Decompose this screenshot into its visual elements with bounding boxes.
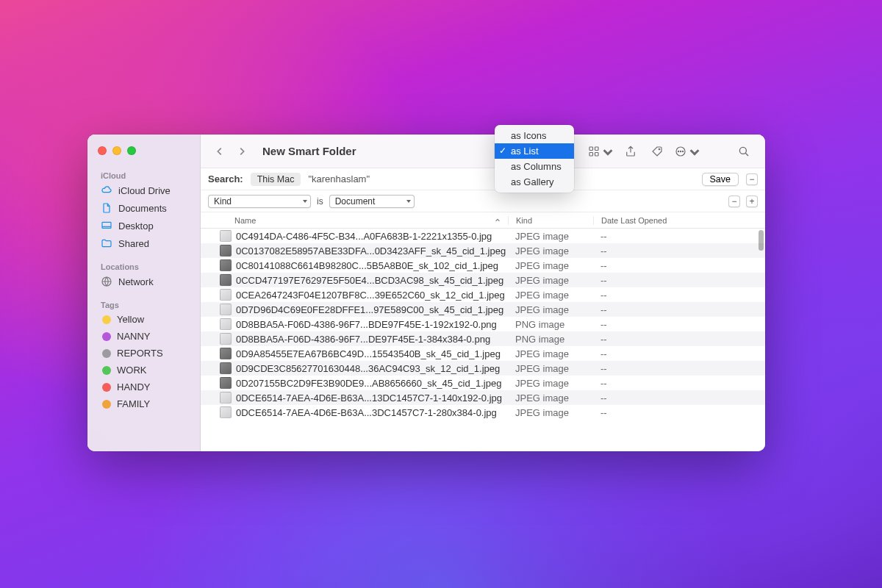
zoom-button[interactable] (127, 146, 136, 155)
file-thumbnail-icon (220, 377, 232, 389)
remove-search-button[interactable]: − (746, 173, 758, 185)
tags-button[interactable] (646, 141, 668, 162)
file-row[interactable]: 0D9A85455E7EA67B6BC49D...15543540B_sk_45… (201, 346, 765, 361)
file-thumbnail-icon (220, 230, 232, 242)
column-name[interactable]: Name (201, 216, 508, 225)
traffic-lights (98, 146, 136, 155)
file-row[interactable]: 0D8BBA5A-F06D-4386-96F7...DE97F45E-1-384… (201, 331, 765, 346)
criteria-op: is (317, 196, 323, 207)
file-row[interactable]: 0D207155BC2D9FE3B90DE9...AB8656660_sk_45… (201, 376, 765, 390)
file-kind: JPEG image (508, 407, 593, 418)
nav-forward-button[interactable] (233, 141, 251, 162)
search-button[interactable] (733, 141, 755, 162)
file-name: 0DCE6514-7AEA-4D6E-B63A...3DC1457C7-1-28… (236, 407, 508, 418)
tag-dot-icon (102, 349, 111, 358)
column-kind[interactable]: Kind (508, 216, 593, 225)
column-date[interactable]: Date Last Opened (593, 216, 765, 225)
file-name: 0D9CDE3C85627701630448...36AC94C93_sk_12… (236, 363, 508, 374)
file-kind: JPEG image (508, 304, 593, 315)
action-menu-button[interactable] (673, 141, 702, 162)
cloud-icon (101, 184, 112, 196)
file-kind: PNG image (508, 319, 593, 330)
file-row[interactable]: 0DCE6514-7AEA-4D6E-B63A...3DC1457C7-1-28… (201, 405, 765, 420)
scope-this-mac[interactable]: This Mac (251, 173, 301, 186)
menu-item-label: as Gallery (511, 176, 554, 187)
file-date: -- (593, 392, 765, 404)
file-kind: JPEG image (508, 392, 593, 404)
sidebar-item-desktop[interactable]: Desktop (93, 217, 194, 234)
file-name: 0C4914DA-C486-4F5C-B34...A0FA683B-1-2221… (236, 231, 508, 242)
file-row[interactable]: 0D8BBA5A-F06D-4386-96F7...BDE97F45E-1-19… (201, 317, 765, 331)
tag-dot-icon (102, 315, 111, 324)
minimize-button[interactable] (112, 146, 121, 155)
sidebar-item-label: iCloud Drive (118, 185, 171, 196)
remove-criteria-button[interactable]: − (728, 196, 740, 207)
file-thumbnail-icon (220, 392, 232, 404)
sidebar-item-label: Shared (118, 238, 149, 249)
file-name: 0D9A85455E7EA67B6BC49D...15543540B_sk_45… (236, 348, 508, 359)
sidebar-section-tags: Tags YellowNANNYREPORTSWORKHANDYFAMILY (93, 298, 194, 412)
tag-dot-icon (102, 332, 111, 341)
sidebar-item-network[interactable]: Network (93, 273, 194, 290)
document-icon (101, 202, 112, 214)
tag-dot-icon (102, 383, 111, 392)
file-thumbnail-icon (220, 406, 232, 418)
view-menu-item[interactable]: as Columns (495, 159, 574, 174)
view-menu-item[interactable]: as Gallery (495, 174, 574, 190)
view-menu-item[interactable]: as Icons (495, 128, 574, 143)
sidebar-item-icloud-drive[interactable]: iCloud Drive (93, 182, 194, 199)
close-button[interactable] (98, 146, 107, 155)
file-row[interactable]: 0CCD477197E76297E5F50E4...BCD3AC98_sk_45… (201, 273, 765, 287)
sidebar-item-tag[interactable]: NANNY (93, 328, 194, 345)
svg-point-6 (659, 148, 660, 150)
sidebar: iCloud iCloud Drive Documents Desktop Sh… (87, 135, 201, 451)
sidebar-item-shared[interactable]: Shared (93, 234, 194, 252)
sidebar-item-tag[interactable]: Yellow (93, 311, 194, 328)
svg-rect-0 (102, 222, 111, 228)
sidebar-item-tag[interactable]: WORK (93, 362, 194, 379)
finder-window: iCloud iCloud Drive Documents Desktop Sh… (87, 135, 765, 451)
sidebar-heading: Locations (93, 259, 194, 273)
save-button[interactable]: Save (702, 173, 739, 186)
sidebar-item-tag[interactable]: REPORTS (93, 345, 194, 362)
file-row[interactable]: 0C80141088C6614B98280C...5B5A8B0E_sk_102… (201, 258, 765, 273)
file-kind: PNG image (508, 334, 593, 345)
file-row[interactable]: 0D7D96D4C69E0FE28DFFE1...97E589C00_sk_45… (201, 302, 765, 317)
file-thumbnail-icon (220, 362, 232, 374)
sidebar-item-documents[interactable]: Documents (93, 199, 194, 217)
file-name: 0C0137082E58957ABE33DFA...0D3423AFF_sk_4… (236, 245, 508, 257)
file-date: -- (593, 334, 765, 345)
file-list[interactable]: 0C4914DA-C486-4F5C-B34...A0FA683B-1-2221… (201, 229, 765, 451)
sidebar-heading: Tags (93, 298, 194, 311)
file-thumbnail-icon (220, 304, 232, 315)
file-thumbnail-icon (220, 245, 232, 257)
file-kind: JPEG image (508, 231, 593, 242)
file-date: -- (593, 275, 765, 286)
tag-dot-icon (102, 400, 111, 409)
sidebar-item-tag[interactable]: HANDY (93, 379, 194, 395)
sidebar-item-label: REPORTS (117, 348, 163, 359)
file-date: -- (593, 260, 765, 271)
file-name: 0C80141088C6614B98280C...5B5A8B0E_sk_102… (236, 260, 508, 271)
add-criteria-button[interactable]: + (746, 196, 758, 207)
grouping-menu-button[interactable] (586, 141, 615, 162)
file-row[interactable]: 0C0137082E58957ABE33DFA...0D3423AFF_sk_4… (201, 243, 765, 258)
sidebar-item-tag[interactable]: FAMILY (93, 395, 194, 412)
file-date: -- (593, 378, 765, 389)
scope-user[interactable]: "karenhaslam" (308, 173, 370, 184)
file-row[interactable]: 0C4914DA-C486-4F5C-B34...A0FA683B-1-2221… (201, 229, 765, 243)
file-row[interactable]: 0DCE6514-7AEA-4D6E-B63A...13DC1457C7-1-1… (201, 390, 765, 405)
svg-rect-3 (595, 147, 598, 151)
criteria-value-select[interactable]: Document (329, 195, 415, 208)
criteria-field-select[interactable]: Kind (208, 195, 311, 208)
file-date: -- (593, 245, 765, 257)
file-row[interactable]: 0D9CDE3C85627701630448...36AC94C93_sk_12… (201, 361, 765, 376)
nav-back-button[interactable] (211, 141, 229, 162)
sidebar-item-label: NANNY (117, 331, 151, 342)
share-button[interactable] (620, 141, 642, 162)
toolbar: New Smart Folder (201, 135, 765, 168)
file-date: -- (593, 363, 765, 374)
view-menu-item[interactable]: ✓as List (495, 143, 574, 159)
scrollbar[interactable] (759, 230, 764, 251)
file-row[interactable]: 0CEA2647243F04E1207BF8C...39E652C60_sk_1… (201, 287, 765, 302)
